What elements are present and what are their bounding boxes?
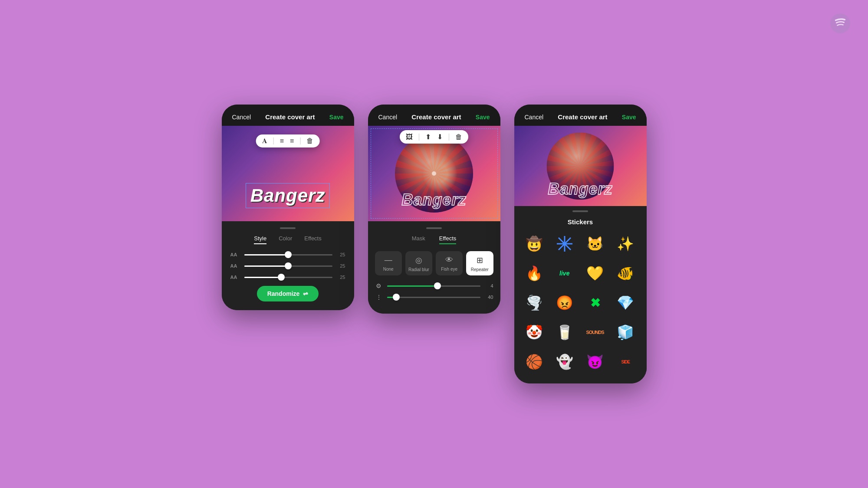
slider-fill-2	[244, 265, 289, 267]
slider-track-1[interactable]	[244, 254, 332, 255]
save-button-3[interactable]: Save	[622, 114, 636, 121]
effect-slider-2-track[interactable]	[387, 297, 480, 298]
text-toolbar-1[interactable]: 𝐀 ≡ ≡ 🗑	[256, 134, 320, 147]
sticker-diamond[interactable]: 💎	[612, 290, 638, 316]
svg-point-1	[563, 242, 566, 245]
slider-label-3: AA	[230, 275, 240, 280]
slider-thumb-1[interactable]	[285, 251, 292, 258]
phone-effects-header: Cancel Create cover art Save	[368, 105, 500, 126]
sticker-side[interactable]: SIDE	[612, 349, 638, 375]
divider2	[300, 138, 300, 144]
style-icon[interactable]: ≡	[290, 137, 294, 145]
effect-none[interactable]: — None	[375, 251, 402, 275]
effect-none-label: None	[383, 267, 394, 272]
sticker-jester[interactable]: 🤡	[521, 319, 547, 345]
align-top-icon[interactable]: ⬆	[425, 133, 431, 141]
cover-art-3: Bangerz	[514, 126, 647, 206]
page-title-2: Create cover art	[411, 113, 461, 121]
phone-stickers: Cancel Create cover art Save Bangerz Sti…	[514, 105, 647, 383]
randomize-label: Randomize	[267, 290, 300, 297]
slider-value-3: 25	[337, 275, 345, 280]
phone-stickers-header: Cancel Create cover art Save	[514, 105, 647, 126]
sticker-fish[interactable]: 🐠	[612, 260, 638, 286]
align-bottom-icon[interactable]: ⬇	[437, 133, 443, 141]
mask-effects-tabs: Mask Effects	[368, 235, 500, 244]
sticker-dj[interactable]: 🤠	[521, 231, 547, 257]
sticker-basketball[interactable]: 🏀	[521, 349, 547, 375]
page-title-1: Create cover art	[265, 113, 315, 121]
effect-fish-eye[interactable]: 👁 Fish eye	[436, 251, 463, 275]
style-tabs: Style Color Effects	[222, 235, 354, 244]
effect-radial-label: Radial blur	[408, 267, 429, 272]
sticker-bucket[interactable]: 🧊	[612, 319, 638, 345]
sticker-ghost[interactable]: 👻	[552, 349, 578, 375]
tab-mask[interactable]: Mask	[412, 235, 425, 244]
sticker-live[interactable]: live	[552, 260, 578, 286]
effect-slider-1-track[interactable]	[387, 285, 480, 287]
sticker-sounds[interactable]: SOUNDS	[582, 319, 608, 345]
style-panel: Style Color Effects AA 25 AA	[222, 221, 354, 310]
panel-indicator	[280, 227, 296, 229]
panel-indicator-2	[426, 227, 442, 229]
cancel-button-2[interactable]: Cancel	[378, 114, 398, 121]
img-toolbar[interactable]: 🖼 ⬆ ⬇ 🗑	[400, 130, 468, 144]
effect-slider-2-value: 40	[485, 295, 493, 300]
sticker-angry[interactable]: 😡	[552, 290, 578, 316]
slider-track-3[interactable]	[244, 277, 332, 278]
effect-slider-1-thumb[interactable]	[434, 282, 441, 289]
effect-radial-blur[interactable]: ◎ Radial blur	[405, 251, 432, 275]
save-button-1[interactable]: Save	[329, 114, 344, 121]
cancel-button-3[interactable]: Cancel	[525, 114, 544, 121]
sticker-sparkle[interactable]: ✨	[612, 231, 638, 257]
stickers-panel: Stickers 🤠 🐱 ✨ 🔥 live 💛 🐠	[514, 206, 647, 383]
effect-repeater[interactable]: ⊞ Repeater	[466, 251, 493, 275]
effects-buttons: — None ◎ Radial blur 👁 Fish eye ⊞ Repeat…	[368, 251, 500, 275]
delete-img-icon[interactable]: 🗑	[455, 133, 462, 141]
tab-color[interactable]: Color	[279, 235, 292, 244]
sticker-wind[interactable]: 🌪️	[521, 290, 547, 316]
slider-label-2: AA	[230, 263, 240, 269]
phones-container: Cancel Create cover art Save 𝐀 ≡ ≡ 🗑 Ban…	[222, 105, 647, 383]
slider-row-2: AA 25	[230, 263, 345, 269]
sticker-devil[interactable]: 😈	[582, 349, 608, 375]
selection-handle[interactable]	[432, 171, 436, 176]
radial-blur-icon: ◎	[415, 255, 422, 265]
align-icon[interactable]: ≡	[280, 137, 284, 145]
text-format-icon[interactable]: 𝐀	[262, 137, 267, 145]
slider-thumb-3[interactable]	[278, 274, 285, 281]
panel-indicator-3	[572, 210, 588, 212]
phone-effects: Cancel Create cover art Save 🖼 ⬆ ⬇ 🗑	[368, 105, 500, 314]
slider-thumb-2[interactable]	[285, 262, 292, 269]
effect-slider-2-thumb[interactable]	[393, 294, 400, 301]
stickers-grid: 🤠 🐱 ✨ 🔥 live 💛 🐠 🌪️ 😡 ✖ 💎	[514, 231, 647, 375]
sliders-icon: ⚙	[375, 282, 383, 289]
sticker-x-green[interactable]: ✖	[582, 290, 608, 316]
sticker-fire[interactable]: 🔥	[521, 260, 547, 286]
cancel-button-1[interactable]: Cancel	[232, 114, 251, 121]
tab-style[interactable]: Style	[254, 235, 266, 244]
slider-value-2: 25	[337, 263, 345, 269]
slider-row-3: AA 25	[230, 275, 345, 280]
sticker-snowflake[interactable]	[552, 231, 578, 257]
sticker-milk[interactable]: 🥛	[552, 319, 578, 345]
divider3	[419, 134, 419, 141]
cover-text-1[interactable]: Bangerz	[250, 185, 326, 206]
tab-effects[interactable]: Effects	[304, 235, 322, 244]
tab-effects-active[interactable]: Effects	[439, 235, 457, 244]
effect-fisheye-label: Fish eye	[441, 267, 457, 272]
none-icon: —	[385, 255, 392, 265]
stickers-title: Stickers	[514, 218, 647, 226]
spotify-logo	[830, 13, 851, 34]
delete-icon[interactable]: 🗑	[306, 137, 313, 145]
effect-slider-2-row: ⋮ 40	[368, 294, 500, 301]
page-title-3: Create cover art	[558, 113, 607, 121]
sticker-pink-cat[interactable]: 🐱	[582, 231, 608, 257]
slider-fill-3	[244, 277, 281, 278]
randomize-button[interactable]: Randomize ⇌	[257, 286, 319, 301]
image-icon[interactable]: 🖼	[406, 133, 413, 141]
slider-row-1: AA 25	[230, 252, 345, 257]
save-button-2[interactable]: Save	[476, 114, 490, 121]
effect-slider-1-row: ⚙ 4	[368, 282, 500, 289]
sticker-heart-gold[interactable]: 💛	[582, 260, 608, 286]
slider-track-2[interactable]	[244, 265, 332, 267]
